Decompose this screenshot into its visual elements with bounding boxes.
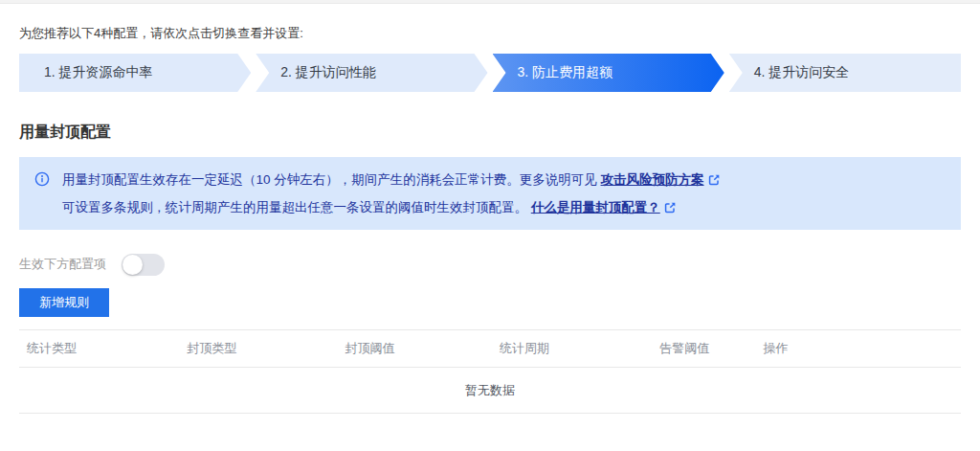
step-tab-improve-performance[interactable]: 2. 提升访问性能: [256, 54, 487, 92]
external-link-icon: [664, 201, 677, 214]
usage-cap-rules-table: 统计类型 封顶类型 封顶阈值 统计周期 告警阈值 操作 暂无数据: [19, 329, 961, 414]
top-panel-edge: [0, 0, 980, 4]
banner-line-2: 可设置多条规则，统计周期产生的用量超出任意一条设置的阈值时生效封顶配置。 什么是…: [62, 193, 721, 221]
col-header-cap-threshold: 封顶阈值: [338, 340, 492, 357]
section-title-usage-cap: 用量封顶配置: [19, 122, 961, 143]
enable-config-row: 生效下方配置项: [19, 253, 961, 276]
step-label: 4. 提升访问安全: [754, 64, 850, 81]
col-header-stat-type: 统计类型: [19, 340, 179, 357]
attack-risk-plan-link[interactable]: 攻击风险预防方案: [601, 172, 704, 187]
config-step-wizard: 1. 提升资源命中率 2. 提升访问性能 3. 防止费用超额 4. 提升访问安全: [19, 54, 961, 92]
step-tab-prevent-cost-overrun[interactable]: 3. 防止费用超额: [493, 54, 724, 92]
step-tab-improve-hit-rate[interactable]: 1. 提升资源命中率: [19, 54, 251, 92]
step-label: 1. 提升资源命中率: [44, 64, 153, 81]
banner-line1-text: 用量封顶配置生效存在一定延迟（10 分钟左右），期间产生的消耗会正常计费。更多说…: [62, 172, 601, 187]
step-tab-improve-security[interactable]: 4. 提升访问安全: [729, 54, 961, 92]
toggle-knob: [122, 255, 143, 275]
external-link-icon: [708, 173, 721, 186]
col-header-actions: 操作: [755, 340, 961, 357]
enable-config-label: 生效下方配置项: [19, 256, 106, 273]
table-header-row: 统计类型 封顶类型 封顶阈值 统计周期 告警阈值 操作: [19, 329, 961, 368]
what-is-usage-cap-link[interactable]: 什么是用量封顶配置？: [531, 200, 660, 214]
step-label: 2. 提升访问性能: [280, 64, 376, 81]
recommendation-intro-text: 为您推荐以下4种配置，请依次点击切换查看并设置:: [19, 24, 961, 42]
info-banner: 用量封顶配置生效存在一定延迟（10 分钟左右），期间产生的消耗会正常计费。更多说…: [19, 157, 961, 230]
col-header-stat-period: 统计周期: [492, 340, 652, 357]
col-header-cap-type: 封顶类型: [179, 340, 337, 357]
banner-line2-text: 可设置多条规则，统计周期产生的用量超出任意一条设置的阈值时生效封顶配置。: [62, 200, 531, 214]
step-label: 3. 防止费用超额: [518, 64, 613, 81]
banner-text-block: 用量封顶配置生效存在一定延迟（10 分钟左右），期间产生的消耗会正常计费。更多说…: [62, 166, 721, 221]
info-circle-icon: [34, 171, 50, 187]
table-empty-state: 暂无数据: [19, 368, 961, 414]
col-header-alarm-threshold: 告警阈值: [652, 340, 755, 357]
enable-config-toggle[interactable]: [122, 254, 165, 276]
usage-cap-panel: 为您推荐以下4种配置，请依次点击切换查看并设置: 1. 提升资源命中率 2. 提…: [0, 24, 980, 414]
add-rule-button[interactable]: 新增规则: [19, 288, 109, 317]
banner-line-1: 用量封顶配置生效存在一定延迟（10 分钟左右），期间产生的消耗会正常计费。更多说…: [62, 166, 721, 193]
